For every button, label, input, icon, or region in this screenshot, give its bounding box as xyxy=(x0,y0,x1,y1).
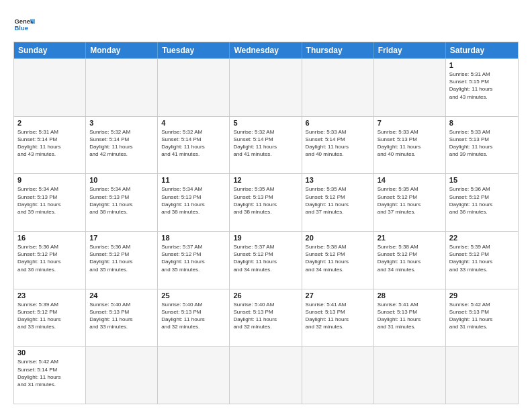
empty-cell xyxy=(230,347,302,404)
day-cell-11: 11Sunrise: 5:34 AM Sunset: 5:13 PM Dayli… xyxy=(158,174,230,231)
day-cell-13: 13Sunrise: 5:35 AM Sunset: 5:12 PM Dayli… xyxy=(302,174,374,231)
day-number: 21 xyxy=(378,234,442,242)
day-info: Sunrise: 5:31 AM Sunset: 5:14 PM Dayligh… xyxy=(17,128,82,158)
logo: General Blue xyxy=(13,13,35,35)
day-cell-12: 12Sunrise: 5:35 AM Sunset: 5:13 PM Dayli… xyxy=(230,174,302,231)
day-cell-25: 25Sunrise: 5:40 AM Sunset: 5:13 PM Dayli… xyxy=(158,289,230,347)
day-info: Sunrise: 5:34 AM Sunset: 5:13 PM Dayligh… xyxy=(89,185,154,216)
calendar-row-5: 30Sunrise: 5:42 AM Sunset: 5:14 PM Dayli… xyxy=(14,346,518,404)
day-number: 4 xyxy=(161,119,226,127)
day-info: Sunrise: 5:40 AM Sunset: 5:13 PM Dayligh… xyxy=(233,301,298,331)
day-cell-29: 29Sunrise: 5:42 AM Sunset: 5:13 PM Dayli… xyxy=(446,289,518,347)
header-day-sunday: Sunday xyxy=(14,42,86,58)
day-number: 5 xyxy=(233,119,298,127)
day-info: Sunrise: 5:40 AM Sunset: 5:13 PM Dayligh… xyxy=(161,301,226,331)
svg-text:Blue: Blue xyxy=(14,24,28,32)
calendar-row-0: 1Sunrise: 5:31 AM Sunset: 5:15 PM Daylig… xyxy=(14,58,518,116)
day-info: Sunrise: 5:32 AM Sunset: 5:14 PM Dayligh… xyxy=(233,128,298,158)
day-info: Sunrise: 5:32 AM Sunset: 5:14 PM Dayligh… xyxy=(161,128,226,158)
day-cell-18: 18Sunrise: 5:37 AM Sunset: 5:12 PM Dayli… xyxy=(158,232,230,289)
day-number: 12 xyxy=(233,176,298,184)
empty-cell xyxy=(302,347,374,404)
day-number: 26 xyxy=(233,291,298,300)
day-cell-5: 5Sunrise: 5:32 AM Sunset: 5:14 PM Daylig… xyxy=(230,117,302,174)
day-info: Sunrise: 5:31 AM Sunset: 5:15 PM Dayligh… xyxy=(449,71,515,101)
day-cell-23: 23Sunrise: 5:39 AM Sunset: 5:12 PM Dayli… xyxy=(14,289,86,347)
empty-cell xyxy=(374,59,446,116)
day-cell-20: 20Sunrise: 5:38 AM Sunset: 5:12 PM Dayli… xyxy=(302,232,374,289)
day-cell-4: 4Sunrise: 5:32 AM Sunset: 5:14 PM Daylig… xyxy=(158,117,230,174)
day-number: 1 xyxy=(449,61,515,69)
day-cell-14: 14Sunrise: 5:35 AM Sunset: 5:12 PM Dayli… xyxy=(374,174,446,231)
day-cell-27: 27Sunrise: 5:41 AM Sunset: 5:13 PM Dayli… xyxy=(302,289,374,347)
day-info: Sunrise: 5:33 AM Sunset: 5:13 PM Dayligh… xyxy=(378,128,442,158)
day-number: 7 xyxy=(378,119,442,127)
day-info: Sunrise: 5:34 AM Sunset: 5:13 PM Dayligh… xyxy=(17,185,82,216)
day-cell-7: 7Sunrise: 5:33 AM Sunset: 5:13 PM Daylig… xyxy=(374,117,446,174)
header-day-tuesday: Tuesday xyxy=(158,42,230,58)
day-number: 28 xyxy=(378,291,442,300)
day-info: Sunrise: 5:37 AM Sunset: 5:12 PM Dayligh… xyxy=(233,243,298,273)
empty-cell xyxy=(374,347,446,404)
empty-cell xyxy=(158,347,230,404)
empty-cell xyxy=(158,59,230,116)
calendar: SundayMondayTuesdayWednesdayThursdayFrid… xyxy=(13,42,519,404)
header-day-friday: Friday xyxy=(374,42,446,58)
calendar-row-1: 2Sunrise: 5:31 AM Sunset: 5:14 PM Daylig… xyxy=(14,116,518,174)
day-number: 13 xyxy=(306,176,370,184)
day-number: 27 xyxy=(306,291,370,300)
day-cell-9: 9Sunrise: 5:34 AM Sunset: 5:13 PM Daylig… xyxy=(14,174,86,231)
day-info: Sunrise: 5:35 AM Sunset: 5:12 PM Dayligh… xyxy=(378,185,442,216)
day-info: Sunrise: 5:38 AM Sunset: 5:12 PM Dayligh… xyxy=(306,243,370,273)
day-number: 20 xyxy=(306,234,370,242)
day-info: Sunrise: 5:36 AM Sunset: 5:12 PM Dayligh… xyxy=(449,185,515,216)
day-number: 15 xyxy=(449,176,515,184)
day-number: 3 xyxy=(89,119,154,127)
day-cell-17: 17Sunrise: 5:36 AM Sunset: 5:12 PM Dayli… xyxy=(86,232,158,289)
day-info: Sunrise: 5:35 AM Sunset: 5:13 PM Dayligh… xyxy=(233,185,298,216)
day-cell-19: 19Sunrise: 5:37 AM Sunset: 5:12 PM Dayli… xyxy=(230,232,302,289)
day-info: Sunrise: 5:42 AM Sunset: 5:13 PM Dayligh… xyxy=(449,301,515,331)
empty-cell xyxy=(14,59,86,116)
day-cell-8: 8Sunrise: 5:33 AM Sunset: 5:13 PM Daylig… xyxy=(446,117,518,174)
empty-cell xyxy=(86,59,158,116)
header-day-monday: Monday xyxy=(86,42,158,58)
day-info: Sunrise: 5:38 AM Sunset: 5:12 PM Dayligh… xyxy=(378,243,442,273)
calendar-header: SundayMondayTuesdayWednesdayThursdayFrid… xyxy=(14,42,518,58)
day-cell-10: 10Sunrise: 5:34 AM Sunset: 5:13 PM Dayli… xyxy=(86,174,158,231)
day-info: Sunrise: 5:32 AM Sunset: 5:14 PM Dayligh… xyxy=(89,128,154,158)
day-cell-22: 22Sunrise: 5:39 AM Sunset: 5:12 PM Dayli… xyxy=(446,232,518,289)
day-number: 14 xyxy=(378,176,442,184)
calendar-row-4: 23Sunrise: 5:39 AM Sunset: 5:12 PM Dayli… xyxy=(14,289,518,347)
day-number: 6 xyxy=(306,119,370,127)
day-info: Sunrise: 5:37 AM Sunset: 5:12 PM Dayligh… xyxy=(161,243,226,273)
day-info: Sunrise: 5:34 AM Sunset: 5:13 PM Dayligh… xyxy=(161,185,226,216)
day-number: 23 xyxy=(17,291,82,300)
day-cell-15: 15Sunrise: 5:36 AM Sunset: 5:12 PM Dayli… xyxy=(446,174,518,231)
day-info: Sunrise: 5:39 AM Sunset: 5:12 PM Dayligh… xyxy=(449,243,515,273)
day-cell-24: 24Sunrise: 5:40 AM Sunset: 5:13 PM Dayli… xyxy=(86,289,158,347)
day-info: Sunrise: 5:35 AM Sunset: 5:12 PM Dayligh… xyxy=(306,185,370,216)
day-cell-26: 26Sunrise: 5:40 AM Sunset: 5:13 PM Dayli… xyxy=(230,289,302,347)
day-info: Sunrise: 5:40 AM Sunset: 5:13 PM Dayligh… xyxy=(89,301,154,331)
day-number: 24 xyxy=(89,291,154,300)
empty-cell xyxy=(86,347,158,404)
day-info: Sunrise: 5:41 AM Sunset: 5:13 PM Dayligh… xyxy=(306,301,370,331)
day-number: 17 xyxy=(89,234,154,242)
day-number: 25 xyxy=(161,291,226,300)
day-info: Sunrise: 5:33 AM Sunset: 5:14 PM Dayligh… xyxy=(306,128,370,158)
day-number: 9 xyxy=(17,176,82,184)
day-number: 19 xyxy=(233,234,298,242)
day-info: Sunrise: 5:36 AM Sunset: 5:12 PM Dayligh… xyxy=(89,243,154,273)
day-info: Sunrise: 5:36 AM Sunset: 5:12 PM Dayligh… xyxy=(17,243,82,273)
day-cell-28: 28Sunrise: 5:41 AM Sunset: 5:13 PM Dayli… xyxy=(374,289,446,347)
day-cell-21: 21Sunrise: 5:38 AM Sunset: 5:12 PM Dayli… xyxy=(374,232,446,289)
day-cell-30: 30Sunrise: 5:42 AM Sunset: 5:14 PM Dayli… xyxy=(14,347,86,404)
header-day-thursday: Thursday xyxy=(302,42,374,58)
day-number: 11 xyxy=(161,176,226,184)
calendar-row-3: 16Sunrise: 5:36 AM Sunset: 5:12 PM Dayli… xyxy=(14,231,518,289)
day-number: 22 xyxy=(449,234,515,242)
empty-cell xyxy=(230,59,302,116)
day-cell-16: 16Sunrise: 5:36 AM Sunset: 5:12 PM Dayli… xyxy=(14,232,86,289)
day-cell-1: 1Sunrise: 5:31 AM Sunset: 5:15 PM Daylig… xyxy=(446,59,518,116)
